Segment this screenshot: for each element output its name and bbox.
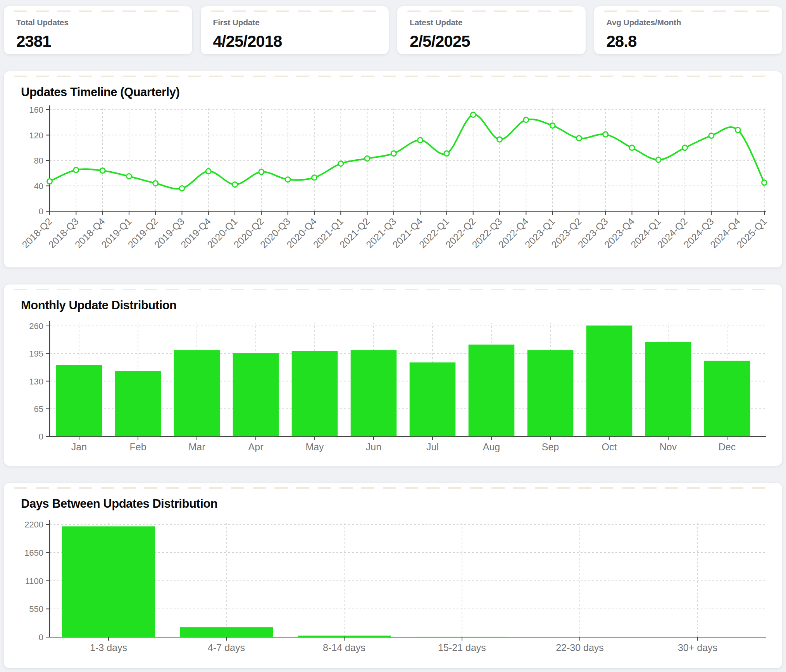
stat-label: Latest Update [410, 18, 573, 27]
updates-timeline-chart: 040801201602018-Q22018-Q32018-Q42019-Q12… [16, 103, 770, 258]
data-point-2020-Q4 [312, 175, 317, 180]
data-point-2021-Q1 [338, 161, 343, 166]
card-top-dashes [407, 10, 576, 12]
y-tick-label: 550 [29, 604, 43, 614]
card-top-dashes [604, 10, 772, 12]
y-tick-label: 0 [39, 632, 43, 642]
x-tick-label: 22-30 days [556, 642, 604, 653]
x-tick-label: May [305, 441, 324, 452]
data-point-2023-Q3 [603, 132, 608, 137]
y-tick-label: 160 [29, 105, 43, 115]
data-point-2021-Q3 [391, 151, 396, 156]
data-point-2023-Q4 [629, 145, 634, 150]
stat-value: 2/5/2025 [410, 32, 573, 51]
x-tick-label: 8-14 days [323, 642, 365, 653]
days-between-updates-chart: 05501100165022001-3 days4-7 days8-14 day… [16, 515, 770, 659]
bar-Feb [115, 371, 161, 436]
stat-value: 2381 [16, 32, 180, 51]
stat-label: Avg Updates/Month [607, 18, 770, 27]
y-tick-label: 1650 [24, 548, 43, 558]
bar-Oct [586, 326, 633, 436]
y-tick-label: 130 [29, 377, 43, 386]
data-point-2022-Q2 [471, 112, 476, 117]
x-tick-label: Jun [366, 441, 381, 452]
data-point-2020-Q3 [285, 177, 290, 182]
x-tick-label: 15-21 days [438, 642, 486, 653]
x-tick-label: Dec [719, 441, 736, 452]
stat-card-avg-updates-month: Avg Updates/Month 28.8 [594, 6, 783, 54]
bar-Apr [233, 353, 279, 436]
y-tick-label: 120 [29, 131, 43, 140]
data-point-2019-Q4 [206, 169, 211, 174]
data-point-2022-Q4 [524, 117, 529, 122]
y-tick-label: 1100 [25, 576, 43, 586]
y-tick-label: 65 [34, 404, 43, 414]
data-point-2023-Q2 [576, 136, 581, 141]
y-tick-label: 80 [34, 156, 43, 165]
stat-label: Total Updates [16, 18, 180, 27]
stat-card-latest-update: Latest Update 2/5/2025 [397, 6, 586, 54]
y-tick-label: 40 [34, 181, 43, 191]
days-between-updates-title: Days Between Updates Distribution [21, 497, 774, 511]
stat-value: 4/25/2018 [213, 32, 377, 51]
bar-1-3 days [62, 526, 155, 637]
bar-Dec [704, 361, 750, 436]
card-top-dashes [14, 289, 772, 290]
bar-Mar [174, 350, 220, 436]
card-top-dashes [14, 76, 772, 77]
data-point-2024-Q1 [656, 157, 661, 162]
x-tick-label: Aug [483, 441, 500, 452]
data-point-2024-Q4 [735, 128, 740, 133]
x-tick-label: 4-7 days [208, 642, 245, 653]
stat-card-total-updates: Total Updates 2381 [4, 6, 192, 54]
data-point-2020-Q1 [233, 182, 238, 187]
stat-value: 28.8 [607, 32, 770, 51]
monthly-distribution-card: Monthly Update Distribution 065130195260… [4, 284, 782, 466]
monthly-distribution-chart: 065130195260JanFebMarAprMayJunJulAugSepO… [16, 316, 770, 457]
x-tick-label: Sep [542, 441, 559, 452]
y-tick-label: 195 [29, 349, 43, 358]
y-tick-label: 0 [39, 207, 43, 216]
days-between-updates-card: Days Between Updates Distribution 055011… [4, 483, 782, 668]
data-point-2023-Q1 [550, 123, 555, 128]
bar-Jul [410, 362, 456, 436]
y-tick-label: 0 [39, 432, 43, 441]
data-point-2020-Q2 [259, 169, 264, 174]
data-point-2022-Q1 [444, 151, 449, 156]
x-tick-label: Feb [129, 441, 146, 452]
data-point-2021-Q4 [418, 138, 423, 143]
y-tick-label: 2200 [24, 520, 43, 529]
x-tick-label: Nov [660, 441, 677, 452]
card-top-dashes [14, 10, 182, 12]
bar-4-7 days [180, 627, 273, 637]
x-tick-label: Oct [602, 441, 617, 452]
bar-8-14 days [298, 636, 391, 637]
monthly-distribution-title: Monthly Update Distribution [21, 298, 774, 312]
data-point-2018-Q4 [100, 168, 105, 173]
x-tick-label: 1-3 days [90, 642, 127, 653]
data-point-2024-Q2 [683, 145, 688, 150]
data-point-2025-Q1 [762, 180, 767, 185]
data-point-2019-Q1 [126, 174, 131, 179]
data-point-2024-Q3 [709, 133, 714, 138]
data-point-2019-Q2 [153, 181, 158, 186]
data-point-2018-Q3 [74, 167, 79, 172]
updates-timeline-card: Updates Timeline (Quarterly) 04080120160… [4, 71, 782, 267]
x-tick-label: Apr [248, 441, 264, 452]
data-point-2019-Q3 [179, 186, 184, 191]
stat-label: First Update [213, 18, 377, 27]
card-top-dashes [14, 487, 772, 489]
stats-row: Total Updates 2381 First Update 4/25/201… [4, 6, 782, 54]
bar-Nov [645, 342, 691, 436]
dashboard: Total Updates 2381 First Update 4/25/201… [4, 6, 782, 668]
x-tick-label: Jul [426, 441, 439, 452]
x-tick-label: 30+ days [678, 642, 717, 653]
stat-card-first-update: First Update 4/25/2018 [201, 6, 389, 54]
bar-15-21 days [415, 637, 508, 637]
y-tick-label: 260 [29, 321, 43, 331]
bar-Sep [527, 350, 574, 436]
data-point-2022-Q3 [497, 137, 502, 142]
x-tick-label: Mar [188, 441, 205, 452]
timeline-line [50, 115, 764, 189]
data-point-2021-Q2 [365, 156, 370, 161]
